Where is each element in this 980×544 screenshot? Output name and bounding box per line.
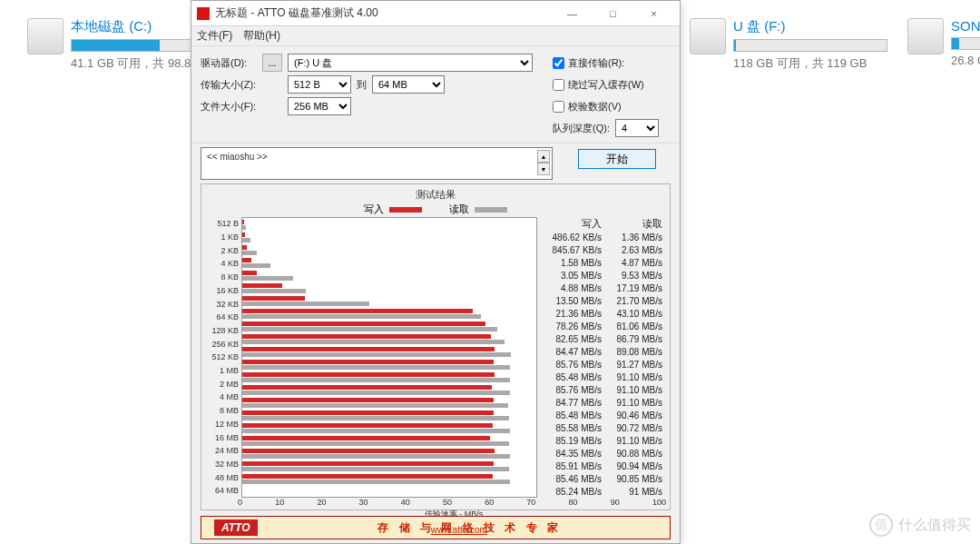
- data-row: 13.50 MB/s21.70 MB/s: [541, 294, 662, 307]
- data-row: 85.48 MB/s91.10 MB/s: [541, 371, 662, 383]
- data-row: 3.05 MB/s9.53 MB/s: [541, 269, 662, 282]
- watermark-icon: 值: [869, 513, 893, 537]
- verify-checkbox[interactable]: [553, 101, 564, 113]
- spin-up-button[interactable]: ▲: [537, 150, 550, 163]
- bar-row: [242, 269, 536, 282]
- chart-area: 512 B1 KB2 KB4 KB8 KB16 KB32 KB64 KB128 …: [201, 217, 670, 498]
- bar-row: [242, 447, 536, 460]
- data-row: 85.76 MB/s91.10 MB/s: [541, 383, 662, 396]
- data-row: 1.58 MB/s4.87 MB/s: [541, 256, 662, 269]
- drive-sony[interactable]: SONY_ 26.8 G: [907, 18, 980, 67]
- close-button[interactable]: ×: [633, 1, 674, 26]
- file-size-select[interactable]: 256 MB: [288, 97, 351, 115]
- data-row: 84.35 MB/s90.88 MB/s: [541, 447, 662, 460]
- drive-subtitle: 118 GB 可用，共 119 GB: [733, 55, 887, 72]
- drive-icon: [690, 18, 726, 54]
- bar-row: [242, 358, 536, 371]
- drive-icon: [27, 18, 64, 54]
- bar-row: [242, 421, 536, 434]
- bar-row: [242, 383, 536, 396]
- direct-io-checkbox[interactable]: [553, 57, 564, 69]
- xfer-size-label: 传输大小(Z):: [201, 78, 262, 92]
- data-row: 84.77 MB/s91.10 MB/s: [541, 396, 662, 409]
- drive-capacity-bar: [951, 37, 980, 50]
- xfer-from-select[interactable]: 512 B: [288, 75, 351, 94]
- atto-window: 无标题 - ATTO 磁盘基准测试 4.00 — □ × 文件(F) 帮助(H)…: [191, 0, 681, 544]
- spin-down-button[interactable]: ▼: [537, 163, 550, 175]
- bar-row: [242, 472, 536, 485]
- queue-depth-select[interactable]: 4: [615, 119, 659, 137]
- bar-row: [242, 282, 536, 294]
- drive-select[interactable]: (F:) U 盘: [288, 54, 533, 72]
- bar-row: [242, 332, 536, 345]
- maximize-button[interactable]: □: [593, 1, 633, 26]
- data-row: 4.88 MB/s17.19 MB/s: [541, 282, 662, 294]
- bar-row: [242, 371, 536, 383]
- menubar: 文件(F) 帮助(H): [191, 26, 680, 46]
- bar-row: [242, 409, 536, 421]
- bar-row: [242, 218, 536, 231]
- minimize-button[interactable]: —: [552, 1, 593, 26]
- bar-row: [242, 231, 536, 243]
- data-columns: 写入读取 486.62 KB/s1.36 MB/s845.67 KB/s2.63…: [537, 217, 666, 498]
- data-row: 85.91 MB/s90.94 MB/s: [541, 460, 662, 472]
- data-row: 85.46 MB/s90.85 MB/s: [541, 472, 662, 485]
- data-row: 21.36 MB/s43.10 MB/s: [541, 307, 662, 320]
- watermark: 值 什么值得买: [869, 513, 971, 537]
- bar-row: [242, 243, 536, 256]
- bar-chart: [241, 217, 537, 498]
- data-row: 486.62 KB/s1.36 MB/s: [541, 231, 662, 243]
- app-icon: [197, 7, 210, 20]
- bar-row: [242, 460, 536, 472]
- atto-logo: ATTO: [214, 519, 258, 536]
- drive-subtitle: 26.8 G: [951, 54, 980, 67]
- bypass-cache-checkbox[interactable]: [553, 79, 564, 91]
- data-row: 85.58 MB/s90.72 MB/s: [541, 421, 662, 434]
- footer-banner[interactable]: ATTO 存 储 与 网 络 技 术 专 家 www.atto.com: [201, 516, 671, 539]
- xfer-to-label: 到: [357, 78, 367, 92]
- data-row: 82.65 MB/s86.79 MB/s: [541, 332, 662, 345]
- file-size-label: 文件大小(F):: [201, 100, 262, 114]
- start-button[interactable]: 开始: [578, 149, 656, 169]
- chart-legend: 写入 读取: [201, 203, 670, 216]
- watermark-text: 什么值得买: [898, 516, 971, 535]
- menu-file[interactable]: 文件(F): [197, 28, 232, 44]
- data-row: 85.48 MB/s90.46 MB/s: [541, 409, 662, 421]
- direct-io-label: 直接传输(R):: [568, 56, 624, 70]
- results-panel: 测试结果 写入 读取 512 B1 KB2 KB4 KB8 KB16 KB32 …: [201, 183, 671, 510]
- xfer-to-select[interactable]: 64 MB: [372, 75, 445, 94]
- data-row: 85.19 MB/s91.10 MB/s: [541, 434, 662, 447]
- data-row: 84.47 MB/s89.08 MB/s: [541, 345, 662, 358]
- bar-row: [242, 307, 536, 320]
- drive-browse-button[interactable]: ...: [262, 54, 282, 72]
- drive-icon: [907, 18, 944, 54]
- data-row: 85.76 MB/s91.27 MB/s: [541, 358, 662, 371]
- drive-title: SONY_: [951, 18, 980, 34]
- drive-title: U 盘 (F:): [733, 18, 887, 35]
- bar-row: [242, 256, 536, 269]
- x-axis-ticks: 0102030405060708090100: [238, 498, 670, 509]
- data-row: 85.24 MB/s91 MB/s: [541, 485, 662, 498]
- drive-f[interactable]: U 盘 (F:) 118 GB 可用，共 119 GB: [690, 18, 887, 72]
- window-title: 无标题 - ATTO 磁盘基准测试 4.00: [215, 5, 552, 21]
- bar-row: [242, 294, 536, 307]
- drive-capacity-bar: [733, 39, 887, 52]
- queue-depth-label: 队列深度(Q):: [553, 122, 610, 135]
- drive-label: 驱动器(D):: [201, 56, 262, 70]
- footer-url: www.atto.com: [431, 525, 487, 535]
- menu-help[interactable]: 帮助(H): [243, 28, 280, 44]
- data-row: 78.26 MB/s81.06 MB/s: [541, 320, 662, 332]
- bypass-cache-label: 绕过写入缓存(W): [568, 78, 644, 92]
- data-row: 845.67 KB/s2.63 MB/s: [541, 243, 662, 256]
- bar-row: [242, 345, 536, 358]
- description-box[interactable]: << miaoshu >> ▲▼: [201, 147, 553, 180]
- params-panel: 驱动器(D): ... (F:) U 盘 传输大小(Z): 512 B 到 64…: [191, 46, 680, 143]
- y-axis-labels: 512 B1 KB2 KB4 KB8 KB16 KB32 KB64 KB128 …: [205, 217, 241, 498]
- results-title: 测试结果: [201, 188, 670, 202]
- titlebar[interactable]: 无标题 - ATTO 磁盘基准测试 4.00 — □ ×: [191, 1, 680, 26]
- verify-label: 校验数据(V): [568, 100, 622, 114]
- bar-row: [242, 434, 536, 447]
- bar-row: [242, 320, 536, 332]
- bar-row: [242, 396, 536, 409]
